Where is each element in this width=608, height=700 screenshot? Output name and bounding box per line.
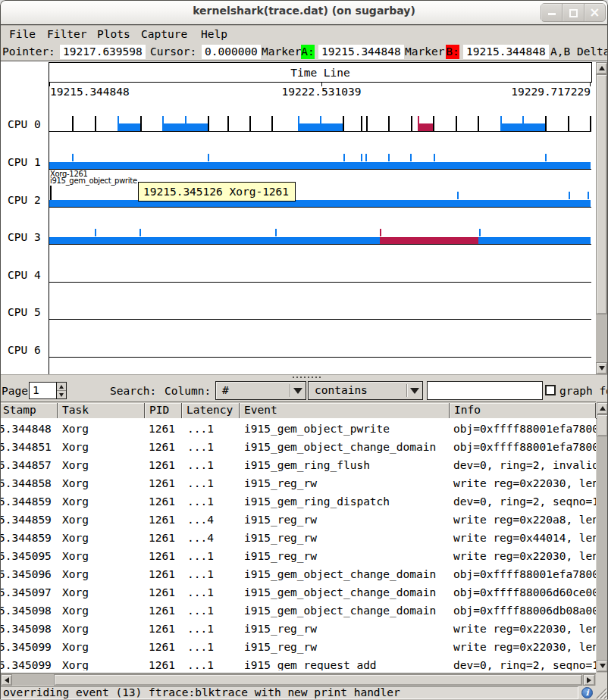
cpu0-event-tick	[568, 116, 569, 131]
search-controls-bar: Page 1 Search: Column: # contains graph …	[0, 380, 608, 402]
hscroll-left-button[interactable]	[1, 674, 12, 686]
page-spinbox[interactable]: 1	[29, 382, 67, 399]
cpu0-event-tick	[140, 116, 142, 131]
table-vscroll-down-button[interactable]	[597, 660, 608, 672]
cell-pid: 1261	[149, 460, 175, 473]
pane-splitter-handle[interactable]	[0, 374, 608, 380]
table-row-6[interactable]: 5.344859Xorg1261...4i915_reg_rwwrite reg…	[0, 527, 596, 545]
column-header-stamp[interactable]: Stamp	[0, 403, 58, 419]
hscroll-thumb[interactable]	[54, 674, 582, 686]
close-button[interactable]: ×	[584, 4, 605, 21]
cpu0-event-tick	[433, 116, 434, 131]
cell-stamp: 5.345097	[0, 587, 52, 601]
cpu1-event-tick	[361, 154, 362, 161]
table-row-2[interactable]: 5.344857Xorg1261...1i915_gem_ring_flushd…	[0, 455, 596, 473]
cell-latency: ...1	[187, 587, 214, 601]
spin-up-icon	[59, 385, 64, 389]
page-spin-down-button[interactable]	[57, 391, 66, 398]
cell-info: write reg=0x22030, len=4	[453, 478, 596, 492]
cell-event: i915_gem_object_change_domain	[244, 569, 436, 583]
cell-latency: ...1	[187, 423, 214, 437]
table-row-7[interactable]: 5.345095Xorg1261...1i915_reg_rwwrite reg…	[0, 545, 596, 564]
column-header-task[interactable]: Task	[58, 403, 145, 419]
cpu-label-2: CPU 2	[8, 194, 41, 206]
maximize-button[interactable]	[563, 4, 584, 21]
cell-stamp: 5.344859	[0, 496, 52, 510]
table-row-10[interactable]: 5.345098Xorg1261...1i915_gem_object_chan…	[0, 600, 596, 618]
minimize-icon	[548, 13, 556, 15]
cpu2-event-tick	[50, 186, 52, 200]
menu-item-help[interactable]: Help	[201, 27, 227, 42]
cpu0-event-tick	[366, 116, 368, 131]
minimize-button[interactable]	[541, 4, 563, 21]
table-row-1[interactable]: 5.344851Xorg1261...1i915_gem_object_chan…	[0, 436, 596, 455]
graph-vscroll-down-button[interactable]	[596, 362, 607, 374]
column-header-info[interactable]: Info	[450, 403, 596, 419]
table-vscroll-thumb[interactable]	[597, 414, 608, 436]
page-spin-up-button[interactable]	[57, 383, 66, 391]
menu-item-capture[interactable]: Capture	[141, 27, 187, 42]
cell-info: obj=0xffff88001efa7800,	[453, 442, 596, 455]
menu-item-filter[interactable]: Filter	[47, 27, 86, 42]
table-vscroll-trough[interactable]	[597, 402, 608, 673]
info-icon[interactable]: i	[581, 687, 593, 698]
title-bar[interactable]: kernelshark(trace.dat) (on sugarbay) ×	[0, 0, 608, 26]
timeline-title: Time Line	[49, 67, 592, 79]
table-row-8[interactable]: 5.345096Xorg1261...1i915_gem_object_chan…	[0, 564, 596, 582]
pointer-info-bar: Pointer:19217.639598Cursor:0.000000Marke…	[0, 43, 608, 61]
resize-grip[interactable]	[596, 687, 607, 699]
pointer-bar-value-9: 19215.344848	[463, 45, 549, 59]
cell-latency: ...1	[187, 460, 214, 473]
cpu-baseline-6	[49, 357, 591, 358]
table-row-11[interactable]: 5.345098Xorg1261...1i915_reg_rwwrite reg…	[0, 618, 596, 636]
pointer-bar-value-1: 19217.639598	[60, 45, 146, 59]
match-dropdown[interactable]: contains	[308, 381, 423, 400]
axis-label-2: 19229.717229	[363, 86, 591, 98]
cell-stamp: 5.344851	[0, 442, 52, 455]
cpu3-event-tick	[275, 229, 277, 236]
cell-stamp: 5.345099	[0, 642, 52, 655]
table-row-4[interactable]: 5.344859Xorg1261...1i915_gem_ring_dispat…	[0, 491, 596, 509]
table-row-13[interactable]: 5.345099Xorg1261...1i915_gem_request_add…	[0, 655, 596, 670]
cpu3-event-tick	[380, 229, 381, 236]
table-horizontal-scrollbar	[0, 673, 596, 686]
cpu0-event-tick	[361, 116, 362, 131]
table-row-9[interactable]: 5.345097Xorg1261...1i915_gem_object_chan…	[0, 582, 596, 600]
cpu-baseline-2	[49, 207, 591, 208]
cell-task: Xorg	[62, 533, 89, 546]
column-header-latency[interactable]: Latency	[182, 403, 240, 419]
cell-pid: 1261	[149, 660, 175, 670]
graph-vscroll-up-button[interactable]	[596, 62, 607, 74]
page-label: Page	[2, 383, 28, 399]
cell-latency: ...1	[187, 442, 214, 455]
cpu0-event-tick	[388, 116, 390, 131]
graph-follows-checkbox[interactable]	[545, 385, 556, 395]
menu-item-file[interactable]: File	[9, 27, 36, 42]
search-input[interactable]	[427, 381, 543, 400]
cell-event: i915_gem_object_change_domain	[244, 605, 436, 619]
graph-vscroll-thumb[interactable]	[596, 74, 607, 314]
menu-item-plots[interactable]: Plots	[97, 27, 130, 42]
table-row-0[interactable]: 5.344848Xorg1261...1i915_gem_object_pwri…	[0, 418, 596, 436]
timeline-ruler	[49, 82, 592, 83]
cell-pid: 1261	[149, 587, 175, 601]
table-row-5[interactable]: 5.344859Xorg1261...4i915_reg_rwwrite reg…	[0, 509, 596, 527]
splitter-dot	[319, 377, 321, 378]
column-header-pid[interactable]: PID	[145, 403, 182, 419]
graph-vertical-scrollbar	[595, 61, 608, 375]
column-dropdown[interactable]: #	[215, 381, 306, 400]
cpu-baseline-4	[49, 282, 591, 283]
table-row-3[interactable]: 5.344858Xorg1261...1i915_reg_rwwrite reg…	[0, 473, 596, 491]
cpu0-event-tick	[185, 116, 186, 123]
maximize-icon	[569, 9, 578, 17]
graph-tooltip: 19215.345126 Xorg-1261	[138, 182, 296, 202]
cell-latency: ...1	[187, 478, 214, 492]
table-vscroll-up-button[interactable]	[597, 402, 608, 414]
table-row-12[interactable]: 5.345099Xorg1261...1i915_reg_rwwrite reg…	[0, 636, 596, 655]
cell-event: i915_reg_rw	[244, 623, 317, 637]
cpu0-event-tick	[227, 116, 229, 131]
graph-panel[interactable]: Time Line19215.34484819222.53103919229.7…	[0, 61, 608, 374]
column-header-event[interactable]: Event	[240, 403, 450, 419]
cell-event: i915_reg_rw	[244, 478, 317, 492]
hscroll-right-button[interactable]	[583, 674, 595, 686]
